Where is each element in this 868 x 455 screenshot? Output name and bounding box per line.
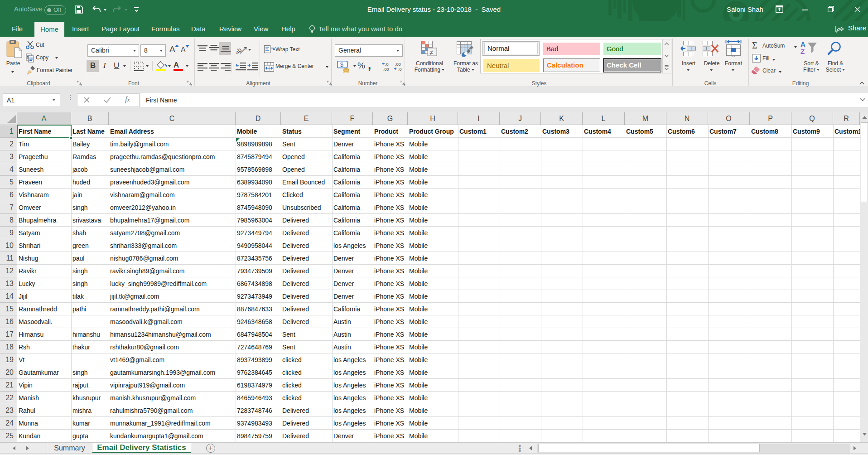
svg-text:ab: ab	[236, 46, 243, 55]
svg-text:$: $	[340, 62, 343, 68]
svg-text:.0: .0	[398, 67, 402, 72]
svg-text:.00: .00	[383, 67, 389, 72]
svg-text:.0: .0	[385, 62, 389, 67]
svg-text:≠: ≠	[429, 48, 433, 56]
svg-text:.00: .00	[395, 62, 401, 67]
